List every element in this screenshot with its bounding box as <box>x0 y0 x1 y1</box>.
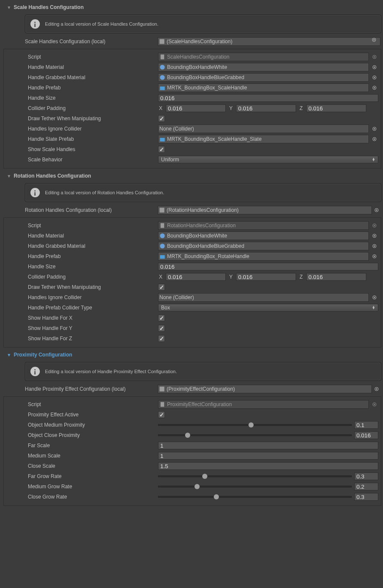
asset-icon <box>159 386 165 392</box>
close-grow-input[interactable] <box>354 493 378 501</box>
svg-rect-3 <box>161 54 164 59</box>
show-x-label: Show Handle For X <box>28 315 158 321</box>
axis-y-label: Y <box>228 274 233 280</box>
draw-tether-checkbox[interactable] <box>158 284 165 291</box>
proximity-active-checkbox[interactable] <box>158 411 165 418</box>
medium-grow-slider[interactable] <box>158 486 352 487</box>
ignore-collider-field[interactable]: None (Collider) <box>158 125 369 133</box>
object-picker-icon[interactable] <box>371 73 378 82</box>
scale-properties-group: Script ScaleHandlesConfiguration Handle … <box>3 49 381 169</box>
object-picker-icon[interactable] <box>371 293 378 302</box>
object-picker-icon[interactable] <box>371 37 379 46</box>
handle-size-label: Handle Size <box>28 95 158 101</box>
object-picker-icon[interactable] <box>371 400 378 409</box>
handle-material-label: Handle Material <box>28 233 158 239</box>
svg-point-36 <box>374 297 375 298</box>
pad-y-input[interactable] <box>236 273 296 281</box>
handle-grabbed-material-label: Handle Grabbed Material <box>28 243 158 249</box>
material-icon <box>159 64 165 70</box>
close-proximity-slider[interactable] <box>158 434 352 436</box>
handle-size-input[interactable] <box>158 94 378 102</box>
handle-grabbed-material-field[interactable]: BoundingBoxHandleBlueGrabbed <box>158 242 369 250</box>
object-picker-icon[interactable] <box>371 125 378 133</box>
svg-point-9 <box>160 75 165 80</box>
show-scale-handles-label: Show Scale Handles <box>28 146 158 152</box>
svg-rect-12 <box>160 86 165 90</box>
material-icon <box>159 243 165 249</box>
svg-point-11 <box>374 77 375 78</box>
object-picker-icon[interactable] <box>371 83 378 92</box>
info-icon <box>30 367 40 376</box>
medium-scale-input[interactable] <box>158 452 378 460</box>
collider-type-select[interactable]: Box ▲▼ <box>158 304 378 312</box>
handle-material-field[interactable]: BoundingBoxHandleWhite <box>158 232 369 240</box>
pad-y-input[interactable] <box>236 104 296 112</box>
show-x-checkbox[interactable] <box>158 315 165 321</box>
script-field: ProximityEffectConfiguration <box>158 400 369 409</box>
svg-point-34 <box>374 256 375 257</box>
axis-x-label: X <box>158 105 163 111</box>
close-proximity-input[interactable] <box>354 431 378 439</box>
draw-tether-label: Draw Tether When Manipulating <box>28 284 158 290</box>
scale-section-header[interactable]: ▼ Scale Handles Configuration <box>0 2 383 12</box>
proximity-section-header[interactable]: ▼ Proximity Configuration <box>0 349 383 359</box>
object-picker-icon[interactable] <box>371 221 378 230</box>
object-picker-icon[interactable] <box>371 232 378 240</box>
object-picker-icon[interactable] <box>371 53 378 61</box>
show-scale-handles-checkbox[interactable] <box>158 146 165 153</box>
pad-z-input[interactable] <box>306 273 366 281</box>
far-grow-slider[interactable] <box>158 475 352 477</box>
draw-tether-checkbox[interactable] <box>158 115 165 122</box>
info-icon <box>30 188 40 197</box>
object-picker-icon[interactable] <box>371 252 378 261</box>
scale-behavior-select[interactable]: Uniform ▲▼ <box>158 156 378 163</box>
medium-proximity-slider[interactable] <box>158 424 352 426</box>
proximity-section-title: Proximity Configuration <box>14 352 72 358</box>
scale-conf-label: Scale Handles Configuration (local) <box>25 39 157 45</box>
handle-prefab-label: Handle Prefab <box>28 85 158 91</box>
svg-point-31 <box>374 246 375 247</box>
handle-size-input[interactable] <box>158 263 378 270</box>
ignore-collider-field[interactable]: None (Collider) <box>158 293 369 302</box>
proximity-info-box: Editing a local version of Handle Proxim… <box>25 362 381 381</box>
script-label: Script <box>28 401 158 407</box>
prefab-icon <box>159 85 165 91</box>
select-arrows-icon: ▲▼ <box>372 158 375 161</box>
rotation-section-header[interactable]: ▼ Rotation Handles Configuration <box>0 170 383 181</box>
scale-section-title: Scale Handles Configuration <box>14 4 84 10</box>
material-icon <box>159 74 165 80</box>
scale-info-box: Editing a local version of Scale Handles… <box>25 15 381 33</box>
medium-proximity-input[interactable] <box>354 421 378 429</box>
scale-conf-field[interactable]: (ScaleHandlesConfiguration) <box>158 37 380 46</box>
pad-z-input[interactable] <box>306 104 366 112</box>
rotation-conf-field[interactable]: (RotationHandlesConfiguration) <box>158 206 372 214</box>
far-scale-input[interactable] <box>158 442 378 449</box>
handle-grabbed-material-field[interactable]: BoundingBoxHandleBlueGrabbed <box>158 73 369 82</box>
handle-prefab-field[interactable]: MRTK_BoundingBox_ScaleHandle <box>158 83 369 92</box>
object-picker-icon[interactable] <box>373 385 380 393</box>
object-picker-icon[interactable] <box>371 63 378 71</box>
object-picker-icon[interactable] <box>371 135 378 143</box>
object-picker-icon[interactable] <box>371 242 378 250</box>
object-picker-icon[interactable] <box>373 206 380 214</box>
show-z-checkbox[interactable] <box>158 335 165 342</box>
handle-material-field[interactable]: BoundingBoxHandleWhite <box>158 63 369 71</box>
far-grow-input[interactable] <box>354 472 378 480</box>
script-icon <box>159 223 165 229</box>
show-z-label: Show Handle For Z <box>28 336 158 342</box>
show-y-checkbox[interactable] <box>158 325 165 332</box>
collider-padding-label: Collider Padding <box>28 274 158 280</box>
medium-grow-input[interactable] <box>354 483 378 490</box>
pad-x-input[interactable] <box>166 104 226 112</box>
proximity-conf-field[interactable]: (ProximityEffectConfiguration) <box>158 385 372 393</box>
slate-prefab-field[interactable]: MRTK_BoundingBox_ScaleHandle_Slate <box>158 135 369 143</box>
material-icon <box>159 233 165 239</box>
close-scale-input[interactable] <box>158 462 378 470</box>
close-grow-slider[interactable] <box>158 496 352 498</box>
handle-prefab-field[interactable]: MRTK_BoundingBox_RotateHandle <box>158 252 369 261</box>
collider-type-label: Handle Prefab Collider Type <box>28 305 158 311</box>
svg-point-25 <box>374 225 375 226</box>
close-grow-label: Close Grow Rate <box>28 494 158 500</box>
pad-x-input[interactable] <box>166 273 226 281</box>
script-field: ScaleHandlesConfiguration <box>158 53 369 61</box>
